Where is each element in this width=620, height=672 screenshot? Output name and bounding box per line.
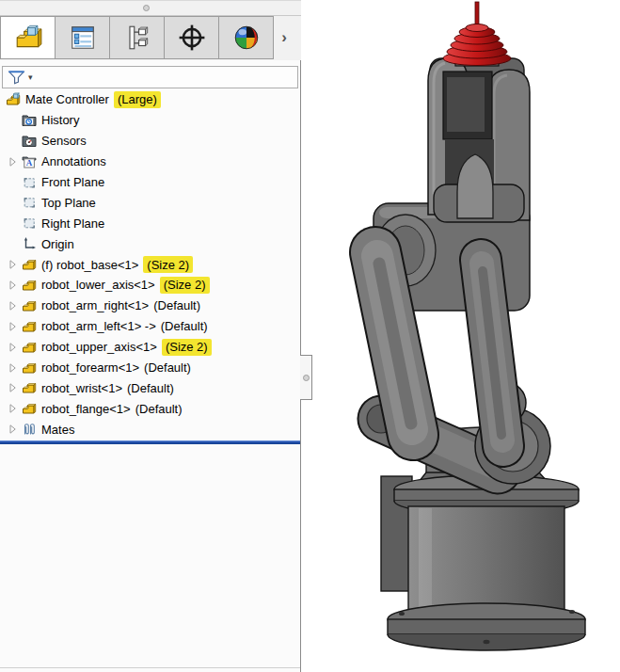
configuration-manager-tab[interactable] xyxy=(109,16,165,59)
tree-item-robot-lower-axis-1[interactable]: robot_lower_axis<1> (Size 2) xyxy=(0,275,300,296)
tree-item-origin[interactable]: Origin xyxy=(0,233,300,254)
plane-icon xyxy=(21,175,38,190)
item-suffix: (Default) xyxy=(127,381,174,395)
tree-item-mates[interactable]: Mates xyxy=(0,419,300,440)
filter-funnel-icon xyxy=(8,69,25,86)
part-icon xyxy=(21,298,38,313)
expand-arrow-icon[interactable] xyxy=(5,343,21,352)
item-suffix: (Large) xyxy=(114,91,161,108)
tab-overflow-arrow[interactable]: › xyxy=(273,16,295,59)
item-label: Mate Controller xyxy=(25,92,109,106)
item-suffix: (Default) xyxy=(153,298,200,312)
tree-item-mate-controller[interactable]: Mate Controller (Large) xyxy=(0,89,300,110)
tree-filter-box[interactable]: ▾ xyxy=(2,66,298,88)
item-label: robot_wrist<1> xyxy=(41,381,122,395)
feature-tree: Mate Controller (Large) History Sensors … xyxy=(0,89,300,440)
history-icon xyxy=(21,113,38,128)
expand-arrow-icon[interactable] xyxy=(5,404,21,413)
expand-arrow-icon[interactable] xyxy=(5,322,21,331)
tree-item-top-plane[interactable]: Top Plane xyxy=(0,192,300,213)
tree-item-robot-arm-left-1[interactable]: robot_arm_left<1> -> (Default) xyxy=(0,316,300,337)
configuration-manager-icon xyxy=(123,24,151,52)
feature-tree-icon xyxy=(14,24,42,52)
part-icon xyxy=(21,278,38,293)
item-label: Origin xyxy=(41,237,74,251)
item-label: robot_flange<1> xyxy=(41,402,131,416)
robot-spring xyxy=(443,2,511,66)
item-label: robot_arm_left<1> -> xyxy=(41,319,156,333)
graphics-viewport[interactable] xyxy=(302,0,620,672)
expand-arrow-icon[interactable] xyxy=(5,280,21,290)
item-label: History xyxy=(41,113,79,127)
tree-item-history[interactable]: History xyxy=(0,110,300,131)
display-manager-tab[interactable] xyxy=(218,16,274,59)
origin-icon xyxy=(21,236,38,251)
dimxpert-tab[interactable] xyxy=(164,16,219,59)
item-suffix: (Size 2) xyxy=(160,277,210,294)
item-label: robot_upper_axis<1> xyxy=(41,340,157,354)
filter-dropdown-caret[interactable]: ▾ xyxy=(28,72,33,82)
item-suffix: (Default) xyxy=(161,319,208,333)
manager-tab-row: › xyxy=(0,16,301,60)
item-label: Mates xyxy=(41,423,74,437)
item-label: Top Plane xyxy=(41,196,96,210)
part-icon xyxy=(21,380,38,395)
property-manager-icon xyxy=(69,24,97,52)
part-icon xyxy=(21,319,38,334)
tree-item-front-plane[interactable]: Front Plane xyxy=(0,172,300,193)
tree-item-robot-forearm-1[interactable]: robot_forearm<1> (Default) xyxy=(0,358,300,378)
item-label: Sensors xyxy=(41,134,87,148)
mates-icon xyxy=(21,422,38,437)
item-suffix: (Size 2) xyxy=(162,339,212,356)
robot-wrist xyxy=(428,51,530,222)
plane-icon xyxy=(21,216,38,231)
panel-collapse-handle[interactable] xyxy=(300,355,312,400)
featuremanager-panel: › ▾ Mate Controller (Large) History Sens… xyxy=(0,0,301,672)
item-suffix: (Size 2) xyxy=(143,256,193,273)
item-label: Right Plane xyxy=(41,216,104,231)
tree-item-f-robot-base-1[interactable]: (f) robot_base<1> (Size 2) xyxy=(0,254,300,275)
feature-tree-tab[interactable] xyxy=(0,16,56,59)
tree-item-right-plane[interactable]: Right Plane xyxy=(0,213,300,233)
dimxpert-icon xyxy=(178,24,206,52)
part-icon xyxy=(21,360,38,376)
tree-item-robot-wrist-1[interactable]: robot_wrist<1> (Default) xyxy=(0,377,300,398)
expand-arrow-icon[interactable] xyxy=(5,424,21,434)
item-label: (f) robot_base<1> xyxy=(41,258,138,272)
expand-arrow-icon[interactable] xyxy=(5,301,21,311)
solidworks-window: › ▾ Mate Controller (Large) History Sens… xyxy=(0,0,620,672)
part-icon xyxy=(21,257,38,272)
property-manager-tab[interactable] xyxy=(55,16,110,59)
splitter-grip-dot[interactable] xyxy=(143,5,150,11)
expand-arrow-icon[interactable] xyxy=(5,383,21,392)
tree-item-sensors[interactable]: Sensors xyxy=(0,131,300,152)
tree-item-robot-upper-axis-1[interactable]: robot_upper_axis<1> (Size 2) xyxy=(0,337,300,358)
display-manager-icon xyxy=(232,24,261,52)
sensors-icon xyxy=(21,134,38,149)
item-suffix: (Default) xyxy=(144,360,191,375)
tree-item-annotations[interactable]: A Annotations xyxy=(0,152,300,172)
expand-arrow-icon[interactable] xyxy=(5,157,21,167)
tree-item-robot-flange-1[interactable]: robot_flange<1> (Default) xyxy=(0,398,300,419)
item-label: Annotations xyxy=(41,154,106,168)
item-label: robot_arm_right<1> xyxy=(41,298,149,312)
part-icon xyxy=(21,340,38,355)
panel-bottom-edge xyxy=(0,667,300,668)
item-label: Front Plane xyxy=(41,175,104,189)
assembly-icon xyxy=(5,92,22,107)
item-suffix: (Default) xyxy=(135,402,183,416)
tree-item-robot-arm-right-1[interactable]: robot_arm_right<1> (Default) xyxy=(0,296,300,316)
item-label: robot_forearm<1> xyxy=(41,360,139,375)
svg-text:A: A xyxy=(26,158,33,168)
annotations-icon: A xyxy=(21,154,38,169)
part-icon xyxy=(21,401,38,416)
plane-icon xyxy=(21,195,38,210)
item-label: robot_lower_axis<1> xyxy=(41,278,155,292)
featuremanager-split-bar[interactable] xyxy=(0,440,300,444)
expand-arrow-icon[interactable] xyxy=(5,260,21,269)
expand-arrow-icon[interactable] xyxy=(5,363,21,373)
robot-model xyxy=(302,0,620,672)
panel-top-splitter[interactable] xyxy=(0,0,301,16)
handle-grip-dot xyxy=(303,375,310,381)
